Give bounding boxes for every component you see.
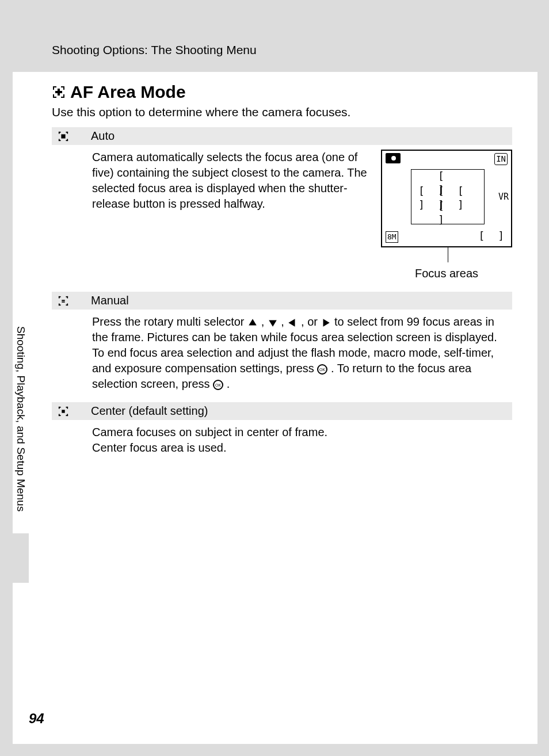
svg-text:OK: OK — [215, 383, 221, 387]
svg-rect-24 — [59, 303, 60, 306]
content: AF Area Mode Use this option to determin… — [13, 72, 537, 466]
option-auto-body: Camera automatically selects the focus a… — [52, 145, 512, 292]
svg-rect-45 — [62, 410, 64, 413]
camera-mode-icon — [386, 153, 401, 163]
auto-description: Camera automatically selects the focus a… — [92, 150, 371, 281]
left-arrow-icon — [287, 318, 298, 328]
svg-rect-27 — [62, 300, 64, 301]
svg-rect-44 — [67, 414, 68, 416]
option-manual-label: Manual — [91, 294, 129, 307]
manual-page: Shooting Options: The Shooting Menu AF A… — [13, 12, 537, 744]
up-arrow-icon — [247, 318, 258, 328]
option-auto-header: Auto — [52, 127, 512, 145]
lcd-memory-icon: IN — [494, 153, 508, 165]
svg-rect-42 — [59, 414, 60, 416]
svg-rect-28 — [62, 301, 64, 302]
figure-caption: Focus areas — [381, 266, 512, 281]
manual-af-icon — [55, 296, 71, 306]
svg-marker-29 — [249, 319, 257, 325]
svg-rect-38 — [59, 406, 60, 408]
page-title: AF Area Mode — [52, 82, 512, 102]
focus-area-grid: [ ] [ ][ ][ ] [ ] — [418, 175, 477, 220]
lcd-bracket-icon: [ ] — [478, 229, 508, 243]
svg-rect-40 — [67, 406, 68, 408]
svg-rect-18 — [61, 134, 65, 138]
lcd-vr-icon: VR — [498, 191, 509, 203]
svg-rect-13 — [67, 131, 68, 133]
title-text: AF Area Mode — [70, 82, 186, 102]
down-arrow-icon — [268, 318, 278, 328]
intro-text: Use this option to determine where the c… — [52, 105, 512, 119]
manual-text-8: . — [227, 377, 230, 390]
ok-button-icon: OK — [213, 380, 223, 390]
manual-text-2: , — [261, 315, 268, 328]
callout-line — [448, 246, 448, 262]
side-tab-highlight — [13, 533, 29, 583]
option-manual-header: Manual — [52, 292, 512, 310]
option-center-body: Camera focuses on subject in center of f… — [52, 420, 512, 466]
center-text-1: Camera focuses on subject in center of f… — [92, 426, 327, 438]
camera-lcd: IN VR 8M [ ] [ ] [ ][ ][ ] [ ] — [381, 150, 512, 247]
svg-rect-26 — [67, 303, 68, 306]
svg-rect-7 — [63, 94, 64, 98]
manual-text-4: , or — [301, 315, 321, 328]
svg-rect-22 — [67, 296, 68, 298]
option-center-header: Center (default setting) — [52, 402, 512, 420]
svg-rect-11 — [59, 131, 60, 133]
option-manual-body: Press the rotary multi selector , , , or… — [52, 310, 512, 402]
svg-rect-1 — [53, 86, 54, 90]
ok-button-icon: OK — [317, 364, 327, 375]
center-af-icon — [55, 406, 71, 417]
svg-marker-30 — [269, 320, 277, 326]
svg-marker-32 — [323, 319, 330, 327]
svg-rect-3 — [63, 86, 64, 90]
page-number: 94 — [29, 711, 44, 727]
lcd-size-icon: 8M — [386, 231, 398, 243]
svg-rect-20 — [59, 296, 60, 298]
svg-rect-17 — [67, 139, 68, 141]
svg-rect-15 — [59, 139, 60, 141]
side-tab-text: Shooting, Playback, and Setup Menus — [14, 322, 27, 511]
right-arrow-icon — [321, 318, 331, 328]
af-area-mode-icon — [52, 85, 66, 99]
manual-text-3: , — [281, 315, 287, 328]
center-text-2: Center focus area is used. — [92, 441, 226, 454]
manual-text-1: Press the rotary multi selector — [92, 315, 247, 328]
header-band: Shooting Options: The Shooting Menu — [13, 12, 537, 72]
svg-text:OK: OK — [319, 368, 325, 372]
focus-area-box: [ ] [ ][ ][ ] [ ] — [411, 169, 485, 224]
svg-rect-5 — [53, 94, 54, 98]
breadcrumb: Shooting Options: The Shooting Menu — [52, 43, 537, 57]
svg-marker-31 — [289, 319, 295, 327]
side-tab: Shooting, Playback, and Setup Menus — [13, 322, 29, 583]
option-auto-label: Auto — [91, 129, 115, 143]
camera-figure: IN VR 8M [ ] [ ] [ ][ ][ ] [ ] Focus are… — [381, 150, 512, 281]
auto-af-icon — [55, 131, 71, 142]
svg-rect-9 — [55, 91, 62, 93]
option-center-label: Center (default setting) — [91, 404, 208, 418]
